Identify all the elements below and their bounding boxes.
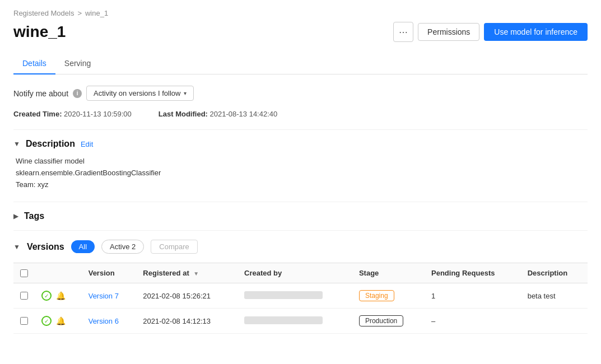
col-registered-at: Registered at ▼ [136,263,237,283]
versions-title: Versions [27,242,64,252]
tags-section-header: ▶ Tags [13,211,588,221]
breadcrumb-current: wine_1 [85,9,108,17]
description-section-header: ▼ Description Edit [13,139,588,149]
modified-label: Last Modified: [159,110,208,118]
pending-requests: 1 [425,283,521,309]
registered-at: 2021-02-08 15:26:21 [136,283,237,309]
table-row: ✓ 🔔 Version 62021-02-08 14:12:13Producti… [13,309,588,334]
stage-badge[interactable]: Production [359,315,403,326]
col-pending: Pending Requests [425,263,521,283]
sort-icon: ▼ [193,270,199,277]
info-icon[interactable]: i [73,89,82,98]
description-edit-link[interactable]: Edit [81,140,93,148]
bell-icon[interactable]: 🔔 [56,291,66,300]
status-icon: ✓ [41,291,52,301]
row-checkbox[interactable] [20,292,28,300]
status-icon: ✓ [41,316,52,326]
registered-at: 2021-02-08 14:12:13 [136,309,237,334]
table-row: ✓ 🔔 Version 72021-02-08 15:26:21Staging1… [13,283,588,309]
versions-section: ▼ Versions All Active 2 Compare Version … [13,240,588,334]
created-by-redacted [244,291,323,299]
description-line1: Wine classifier model [16,156,588,167]
compare-button[interactable]: Compare [151,240,197,254]
breadcrumb: Registered Models > wine_1 [13,9,588,17]
version-link[interactable]: Version 7 [88,292,119,300]
pending-requests: – [425,309,521,334]
col-checkbox [13,263,35,283]
created-value: 2020-11-13 10:59:00 [64,110,132,118]
description-line3: Team: xyz [16,179,588,191]
col-created-by: Created by [237,263,352,283]
more-options-button[interactable]: ⋯ [393,22,413,42]
breadcrumb-separator: > [77,9,82,17]
page-header: wine_1 ⋯ Permissions Use model for infer… [13,22,588,42]
created-label: Created Time: [13,110,62,118]
created-by-redacted [244,316,323,324]
row-checkbox[interactable] [20,317,28,325]
description-title: Description [26,139,75,149]
divider [13,129,588,130]
tags-section: ▶ Tags [13,211,588,221]
last-modified: Last Modified: 2021-08-13 14:42:40 [159,110,277,118]
filter-all-button[interactable]: All [71,240,95,253]
row-description [521,309,588,334]
row-description: beta test [521,283,588,309]
notify-row: Notify me about i Activity on versions I… [13,86,588,101]
divider2 [13,202,588,202]
breadcrumb-parent[interactable]: Registered Models [13,9,74,17]
notify-dropdown-text: Activity on versions I follow [94,89,180,97]
divider3 [13,230,588,231]
version-link[interactable]: Version 6 [88,317,119,325]
select-all-checkbox[interactable] [20,269,28,277]
col-icons [35,263,82,283]
versions-toggle[interactable]: ▼ [13,243,20,251]
modified-value: 2021-08-13 14:42:40 [210,110,278,118]
notify-label: Notify me about [13,89,68,98]
tab-serving[interactable]: Serving [55,53,100,74]
tabs-row: Details Serving [13,53,588,74]
page-title: wine_1 [13,23,66,41]
header-actions: ⋯ Permissions Use model for inference [393,22,588,42]
description-toggle[interactable]: ▼ [13,140,20,148]
col-stage: Stage [352,263,425,283]
permissions-button[interactable]: Permissions [418,23,479,41]
meta-row: Created Time: 2020-11-13 10:59:00 Last M… [13,110,588,118]
versions-header: ▼ Versions All Active 2 Compare [13,240,588,254]
use-model-button[interactable]: Use model for inference [484,23,588,41]
table-header-row: Version Registered at ▼ Created by Stage… [13,263,588,283]
stage-badge[interactable]: Staging [359,290,394,301]
tags-toggle[interactable]: ▶ [13,212,18,220]
col-description: Description [521,263,588,283]
description-content: Wine classifier model sklearn.ensemble.G… [13,156,588,190]
notify-dropdown[interactable]: Activity on versions I follow ▾ [86,86,194,101]
col-version: Version [82,263,137,283]
filter-active-button[interactable]: Active 2 [101,240,144,254]
chevron-down-icon: ▾ [184,90,187,96]
tab-details[interactable]: Details [13,53,55,74]
created-time: Created Time: 2020-11-13 10:59:00 [13,110,132,118]
tags-title: Tags [24,211,44,221]
bell-icon[interactable]: 🔔 [56,316,66,325]
description-line2: sklearn.ensemble.GradientBoostingClassif… [16,167,588,179]
versions-table: Version Registered at ▼ Created by Stage… [13,263,588,334]
